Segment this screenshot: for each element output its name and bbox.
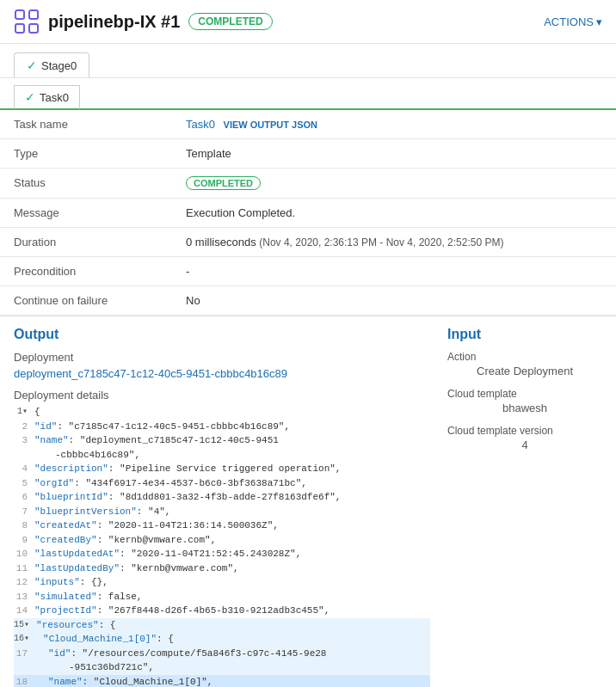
line-content: "lastUpdatedBy": "kernb@vmware.com", — [34, 561, 430, 576]
line-content: "blueprintVersion": "4", — [34, 505, 430, 519]
line-num: 13 — [14, 590, 34, 604]
line-num: 5 — [14, 476, 34, 491]
svg-rect-3 — [29, 24, 38, 33]
line-num: 12 — [14, 575, 34, 590]
json-line: 3 "name": "deployment_c7185c47-1c12-40c5… — [14, 433, 430, 448]
cloud-template-version-label: Cloud template version — [447, 425, 602, 437]
json-line: 15▾ "resources": { — [14, 618, 430, 633]
svg-rect-1 — [15, 24, 24, 33]
line-num: 6 — [14, 490, 34, 505]
row-label: Task name — [0, 110, 172, 139]
stage-tab-stage0[interactable]: ✓ Stage0 — [14, 52, 89, 77]
row-label: Continue on failure — [0, 286, 172, 316]
row-label: Duration — [0, 228, 172, 257]
actions-button[interactable]: ACTIONS ▾ — [544, 15, 602, 28]
line-num: 18 — [14, 675, 34, 688]
line-num: 7 — [14, 505, 34, 519]
line-content: "simulated": false, — [34, 590, 430, 604]
status-badge-completed: COMPLETED — [186, 176, 261, 190]
line-content: "orgId": "434f6917-4e34-4537-b6c0-3bf363… — [34, 476, 430, 491]
json-line: 11 "lastUpdatedBy": "kernb@vmware.com", — [14, 561, 430, 576]
row-value: Execution Completed. — [172, 199, 616, 228]
json-line: 7 "blueprintVersion": "4", — [14, 505, 430, 519]
table-row: Status COMPLETED — [0, 169, 616, 199]
line-content: "createdBy": "kernb@vmware.com", — [34, 533, 430, 548]
line-num — [14, 448, 34, 463]
line-num[interactable]: 16▾ — [14, 632, 36, 647]
row-value: Template — [172, 139, 616, 169]
action-label: Action — [447, 351, 602, 363]
check-icon-task: ✓ — [25, 90, 35, 104]
svg-rect-0 — [15, 10, 24, 19]
json-line: 14 "projectId": "267f8448-d26f-4b65-b310… — [14, 604, 430, 618]
output-title: Output — [14, 327, 430, 342]
line-num[interactable]: 15▾ — [14, 618, 36, 633]
json-line: 16▾ "Cloud_Machine_1[0]": { — [14, 632, 430, 647]
deployment-details-label: Deployment details — [14, 389, 430, 402]
output-section: Output Deployment deployment_c7185c47-1c… — [14, 327, 430, 687]
duration-detail: (Nov 4, 2020, 2:36:13 PM - Nov 4, 2020, … — [259, 236, 503, 248]
line-content: "inputs": {}, — [34, 575, 430, 590]
json-line: -cbbbc4b16c89", — [14, 448, 430, 463]
page-title: pipelinebp-IX #1 — [48, 12, 180, 32]
line-num: 11 — [14, 561, 34, 576]
input-title: Input — [447, 327, 602, 342]
json-line: 6 "blueprintId": "8d1dd801-3a32-4f3b-add… — [14, 490, 430, 505]
cloud-template-value: bhawesh — [447, 402, 602, 414]
json-line: 13 "simulated": false, — [14, 590, 430, 604]
table-row: Message Execution Completed. — [0, 199, 616, 228]
output-input-section: Output Deployment deployment_c7185c47-1c… — [0, 316, 616, 687]
row-label: Status — [0, 169, 172, 199]
json-line: 10 "lastUpdatedAt": "2020-11-04T21:52:45… — [14, 547, 430, 561]
line-content: { — [34, 405, 430, 420]
detail-table: Task name Task0 VIEW OUTPUT JSON Type Te… — [0, 110, 616, 316]
row-label: Message — [0, 199, 172, 228]
task-tab-task0[interactable]: ✓ Task0 — [14, 85, 80, 110]
json-line: 1▾ { — [14, 405, 430, 420]
table-row: Task name Task0 VIEW OUTPUT JSON — [0, 110, 616, 139]
row-label: Precondition — [0, 257, 172, 286]
table-row: Type Template — [0, 139, 616, 169]
json-line: 17 "id": "/resources/compute/f5a846f3-c9… — [14, 647, 430, 661]
json-block: 1▾ { 2 "id": "c7185c47-1c12-40c5-9451-cb… — [14, 405, 430, 687]
json-line: 2 "id": "c7185c47-1c12-40c5-9451-cbbbc4b… — [14, 420, 430, 434]
deployment-label: Deployment — [14, 351, 430, 364]
json-line: 9 "createdBy": "kernb@vmware.com", — [14, 533, 430, 548]
line-content: "description": "Pipeline Service trigger… — [34, 462, 430, 476]
chevron-down-icon: ▾ — [596, 15, 602, 28]
line-content: "name": "Cloud_Machine_1[0]", — [34, 675, 430, 688]
cloud-template-label: Cloud template — [447, 388, 602, 400]
row-label: Type — [0, 139, 172, 169]
json-line: 8 "createdAt": "2020-11-04T21:36:14.5000… — [14, 518, 430, 533]
json-line: 5 "orgId": "434f6917-4e34-4537-b6c0-3bf3… — [14, 476, 430, 491]
table-row: Duration 0 milliseconds (Nov 4, 2020, 2:… — [0, 228, 616, 257]
line-num[interactable]: 1▾ — [14, 405, 34, 420]
line-content: "lastUpdatedAt": "2020-11-04T21:52:45.24… — [34, 547, 430, 561]
json-line: 4 "description": "Pipeline Service trigg… — [14, 462, 430, 476]
deployment-link[interactable]: deployment_c7185c47-1c12-40c5-9451-cbbbc… — [14, 367, 430, 380]
duration-value: 0 milliseconds — [186, 236, 259, 248]
pipeline-icon — [14, 9, 40, 34]
line-num: 9 — [14, 533, 34, 548]
line-content: "id": "/resources/compute/f5a846f3-c97c-… — [34, 647, 430, 661]
json-line: -951c36bd721c", — [14, 660, 430, 675]
cloud-template-version-value: 4 — [447, 439, 602, 451]
task-tab-label: Task0 — [40, 91, 69, 104]
svg-rect-2 — [29, 10, 38, 19]
input-section: Input Action Create Deployment Cloud tem… — [430, 327, 602, 687]
line-content: -951c36bd721c", — [34, 660, 430, 675]
line-content: "Cloud_Machine_1[0]": { — [36, 632, 430, 647]
header: pipelinebp-IX #1 COMPLETED ACTIONS ▾ — [0, 0, 616, 44]
json-line: 18 "name": "Cloud_Machine_1[0]", — [14, 675, 430, 688]
view-json-link[interactable]: VIEW OUTPUT JSON — [224, 120, 317, 130]
check-icon: ✓ — [27, 58, 37, 72]
stage-tab-label: Stage0 — [41, 59, 77, 72]
line-content: "id": "c7185c47-1c12-40c5-9451-cbbbc4b16… — [34, 420, 430, 434]
line-num: 8 — [14, 518, 34, 533]
line-num: 3 — [14, 433, 34, 448]
task-name-link[interactable]: Task0 — [186, 118, 215, 131]
task-tabs: ✓ Task0 — [0, 78, 616, 110]
line-num — [14, 660, 34, 675]
row-value: No — [172, 286, 616, 316]
status-badge: COMPLETED — [188, 13, 272, 30]
